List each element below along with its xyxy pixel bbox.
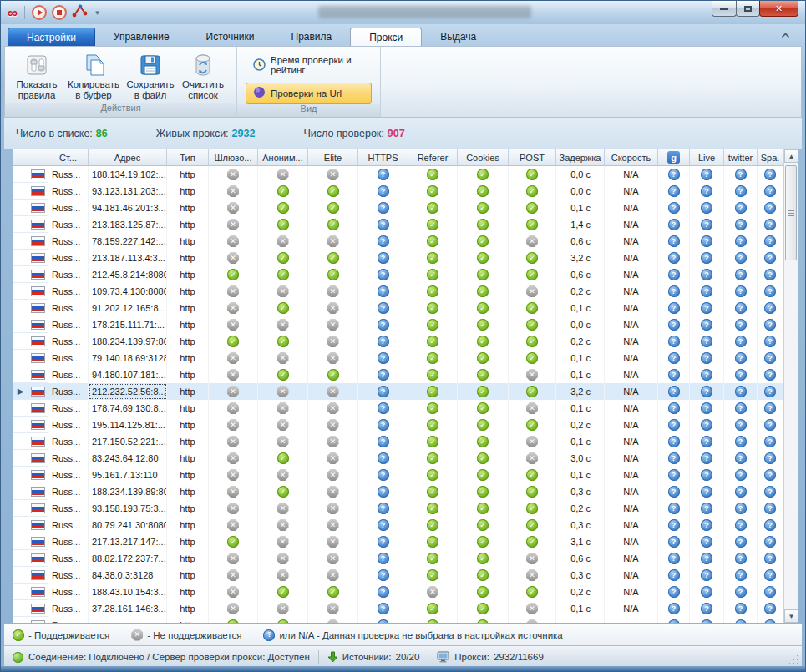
- show-rules-button[interactable]: Показать правила: [8, 48, 65, 103]
- table-row[interactable]: Russ...80.79.241.30:8080http✕✕✕?✓✓✓0,3 с…: [13, 517, 783, 533]
- table-row[interactable]: Russ...178.74.69.130:8...http✕✕✕?✓✓✕0,1 …: [13, 400, 783, 417]
- table-row[interactable]: Russ...195.114.125.81:...http✕✕✕?✓✓✓0,2 …: [13, 417, 783, 433]
- table-row[interactable]: Russ...95.161.7.13:110http✕✕✕?✓✓✓0,1 сN/…: [13, 467, 783, 483]
- copy-to-clipboard-button[interactable]: Копировать в буфер: [65, 48, 122, 103]
- tab-rules[interactable]: Правила: [273, 28, 351, 46]
- table-row[interactable]: Russ...217.150.52.221:...http✕✕✕?✓✓✕0,1 …: [13, 433, 783, 450]
- column-header-spam[interactable]: Spa.: [758, 149, 783, 166]
- column-header-referer[interactable]: Referer: [408, 149, 458, 166]
- column-header-speed[interactable]: Скорость: [605, 149, 658, 166]
- check-time-rating-toggle[interactable]: Время проверки и рейтинг: [246, 52, 372, 78]
- table-row[interactable]: Russ...83.243.64.12:80http✕✓✕?✓✓✕3,0 сN/…: [13, 450, 783, 467]
- cell-live: ?: [690, 517, 724, 533]
- ribbon-collapse-icon[interactable]: [781, 27, 790, 42]
- cell-post: ✓: [509, 166, 556, 183]
- scroll-up-button[interactable]: ▲: [784, 149, 798, 163]
- cell-flag: [28, 417, 48, 433]
- table-row[interactable]: Russ...78.159.227.142:...http✕✕✕?✓✓✕0,6 …: [13, 233, 783, 250]
- table-row[interactable]: Russ...94.180.107.181:...http✕✓✓?✓✓✕0,1 …: [13, 366, 783, 383]
- resize-grip[interactable]: [789, 655, 799, 665]
- cell-speed: N/A: [605, 567, 658, 584]
- close-button[interactable]: ✕: [759, 1, 798, 17]
- table-row[interactable]: Russ...217.13.217.147:...http✓✕✕?✓✓✓3,1 …: [13, 533, 783, 550]
- cell-spam: ?: [758, 533, 783, 550]
- table-row[interactable]: Russ...178.215.111.71:...http✕✕✕?✓✓✓0,0 …: [13, 316, 783, 333]
- table-row[interactable]: Russ...37.28.161.146:3...http✕✕✕?✓✓✕0,1 …: [13, 600, 783, 617]
- tab-management[interactable]: Управление: [95, 28, 188, 46]
- status-question-icon: ?: [378, 536, 389, 548]
- cell-flag: [28, 250, 48, 266]
- column-header-country[interactable]: Ст...: [48, 149, 89, 166]
- stop-button[interactable]: [52, 5, 67, 20]
- column-header-live[interactable]: Live: [690, 149, 724, 166]
- table-row[interactable]: Russ...http✓✓✕?✓✓✕????: [13, 617, 783, 624]
- column-header-post[interactable]: POST: [509, 149, 556, 166]
- scrollbar-thumb[interactable]: [785, 165, 797, 260]
- table-row[interactable]: ▶Russ...212.232.52.56:8...http✕✕✕?✓✓✓3,2…: [13, 383, 783, 400]
- cell-spam: ?: [758, 266, 783, 283]
- cell-https: ?: [358, 617, 408, 624]
- status-x-icon: ✕: [277, 419, 289, 431]
- column-header-anonymity[interactable]: Аноним...: [258, 149, 308, 166]
- cell-referer: ✓: [408, 450, 458, 467]
- column-header-google[interactable]: g: [658, 149, 690, 166]
- stat-label: Число в списке:: [16, 128, 93, 139]
- cell-type: http: [167, 166, 209, 183]
- tab-settings[interactable]: Настройки: [8, 28, 95, 46]
- table-row[interactable]: Russ...93.158.193.75:3...http✕✕✕?✓✓✓0,2 …: [13, 500, 783, 517]
- cell-address: 178.215.111.71:...: [89, 316, 167, 333]
- cell-address: 195.114.125.81:...: [89, 417, 167, 433]
- table-row[interactable]: Russ...109.73.4.130:8080http✕✕✕?✓✓✕0,2 с…: [13, 283, 783, 300]
- column-header-twitter[interactable]: twitter: [724, 149, 758, 166]
- thumb-grip-icon: [788, 210, 794, 216]
- title-bar: ∞ ▾ ✕: [1, 1, 805, 24]
- tab-sources[interactable]: Источники: [188, 28, 273, 46]
- save-to-file-button[interactable]: Сохранить в файл: [122, 48, 179, 103]
- cell-address: 93.123.131.203:...: [89, 183, 167, 200]
- column-header-row-indicator[interactable]: [13, 149, 28, 166]
- table-row[interactable]: Russ...188.234.139.97:80http✓✓✕?✓✓✓0,2 с…: [13, 333, 783, 350]
- graph-tool-button[interactable]: [72, 3, 89, 22]
- url-checks-toggle[interactable]: Проверки на Url: [246, 83, 372, 104]
- minimize-button[interactable]: [712, 1, 737, 17]
- table-row[interactable]: Russ...84.38.0.3:3128http✕✕✕?✓✓✕0,3 сN/A…: [13, 567, 783, 584]
- tab-output[interactable]: Выдача: [422, 28, 494, 46]
- table-row[interactable]: Russ...188.134.19.102:...http✕✕✕?✓✓✓0,0 …: [13, 166, 783, 183]
- table-row[interactable]: Russ...188.43.10.154:3...http✕✓✓?✕✓✓0,2 …: [13, 584, 783, 600]
- status-check-icon: ✓: [477, 185, 489, 197]
- clear-list-button[interactable]: Очистить список: [179, 48, 227, 103]
- cell-row-indicator: [13, 550, 28, 567]
- qat-dropdown-icon[interactable]: ▾: [95, 8, 99, 17]
- table-row[interactable]: Russ...79.140.18.69:3128http✕✕✕?✓✓✓0,1 с…: [13, 350, 783, 366]
- column-header-gateway[interactable]: Шлюзо...: [209, 149, 258, 166]
- cell-type: http: [167, 467, 209, 483]
- start-button[interactable]: [32, 5, 47, 20]
- column-header-flag[interactable]: [28, 149, 48, 166]
- table-row[interactable]: Russ...91.202.12.165:8...http✕✓✕?✓✓✓0,1 …: [13, 300, 783, 316]
- cell-flag: [28, 533, 48, 550]
- table-row[interactable]: Russ...188.234.139.89:80http✕✓✕?✓✓✓0,3 с…: [13, 483, 783, 500]
- scroll-down-button[interactable]: ▼: [784, 609, 798, 623]
- column-header-type[interactable]: Тип: [167, 149, 209, 166]
- russia-flag-icon: [31, 186, 45, 196]
- column-header-address[interactable]: Адрес: [89, 149, 167, 166]
- table-row[interactable]: Russ...213.183.125.87:...http✕✓✓?✓✓✓1,4 …: [13, 216, 783, 233]
- table-row[interactable]: Russ...88.82.172.237:7...http✕✕✕?✓✓✕0,6 …: [13, 550, 783, 567]
- cell-post: ✕: [509, 400, 556, 417]
- column-header-cookies[interactable]: Cookies: [458, 149, 509, 166]
- vertical-scrollbar[interactable]: ▲ ▼: [783, 149, 798, 623]
- status-x-icon: ✕: [277, 352, 289, 364]
- table-row[interactable]: Russ...94.181.46.201:3...http✕✓✓?✓✓✓0,1 …: [13, 200, 783, 216]
- column-header-elite[interactable]: Elite: [308, 149, 358, 166]
- tab-proxy[interactable]: Прокси: [350, 28, 422, 46]
- table-row[interactable]: Russ...212.45.8.214:8080http✓✓✓?✓✓✓0,6 с…: [13, 266, 783, 283]
- column-header-delay[interactable]: Задержка: [556, 149, 605, 166]
- status-check-icon: ✓: [477, 436, 489, 447]
- maximize-button[interactable]: [736, 1, 760, 17]
- cell-delay: 0,3 с: [556, 517, 605, 533]
- column-header-https[interactable]: HTTPS: [358, 149, 408, 166]
- cell-address: [89, 617, 167, 624]
- table-row[interactable]: Russ...93.123.131.203:...http✕✓✓?✓✓✓0,0 …: [13, 183, 783, 200]
- status-x-icon: ✕: [227, 386, 239, 397]
- table-row[interactable]: Russ...213.187.113.4:3...http✕✓✓?✓✓✓3,2 …: [13, 250, 783, 266]
